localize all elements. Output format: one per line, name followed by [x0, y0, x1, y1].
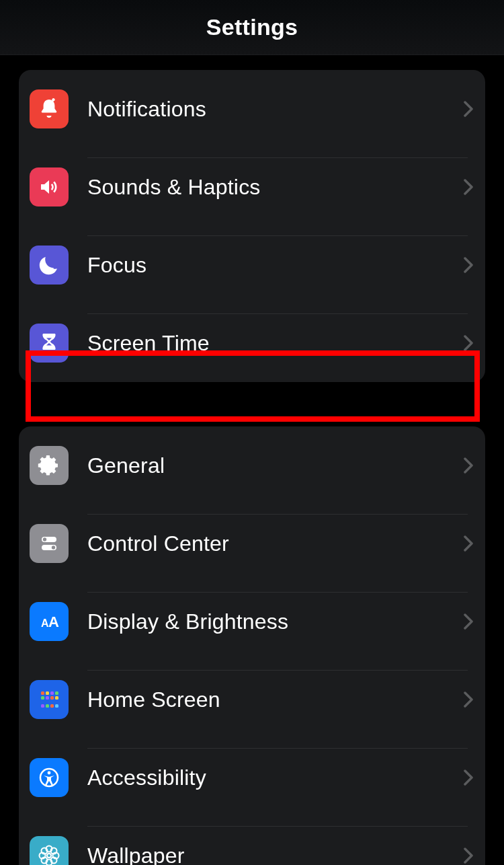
settings-group-1: Notifications Sounds & Haptics Focus: [19, 70, 485, 382]
svg-rect-16: [50, 704, 54, 708]
settings-group-2: General Control Center AA Display & Brig…: [19, 426, 485, 865]
flower-icon: [30, 836, 69, 865]
hourglass-icon: [30, 324, 69, 363]
svg-rect-6: [41, 691, 44, 695]
settings-page: Notifications Sounds & Haptics Focus: [0, 70, 504, 865]
row-label: Home Screen: [87, 687, 220, 712]
chevron-right-icon: [464, 179, 473, 195]
svg-point-1: [43, 537, 46, 541]
page-title: Settings: [206, 14, 298, 40]
header-bar: Settings: [0, 0, 504, 55]
svg-rect-13: [55, 696, 58, 700]
row-label-wrap: General: [87, 436, 456, 495]
chevron-right-icon: [464, 101, 473, 117]
row-control-center[interactable]: Control Center: [19, 504, 485, 582]
row-label-wrap: Control Center: [87, 514, 456, 573]
svg-rect-12: [50, 696, 54, 700]
row-label: Control Center: [87, 531, 229, 556]
chevron-right-icon: [464, 457, 473, 474]
row-focus[interactable]: Focus: [19, 226, 485, 304]
row-label: Screen Time: [87, 331, 210, 356]
chevron-right-icon: [464, 691, 473, 708]
row-label-wrap: Accessibility: [87, 748, 456, 807]
chevron-right-icon: [464, 535, 473, 552]
row-sounds-haptics[interactable]: Sounds & Haptics: [19, 148, 485, 226]
speaker-icon: [30, 167, 69, 206]
row-label: Accessibility: [87, 765, 206, 790]
chevron-right-icon: [464, 848, 473, 864]
bell-icon: [30, 89, 69, 128]
svg-rect-14: [41, 704, 44, 708]
row-label: Wallpaper: [87, 843, 185, 866]
moon-icon: [30, 246, 69, 285]
gear-icon: [30, 446, 69, 485]
apps-grid-icon: [30, 680, 69, 719]
row-label: Notifications: [87, 97, 206, 122]
accessibility-icon: [30, 758, 69, 797]
row-wallpaper[interactable]: Wallpaper: [19, 817, 485, 865]
svg-point-19: [48, 772, 51, 775]
row-label-wrap: Screen Time: [87, 313, 456, 373]
chevron-right-icon: [464, 335, 473, 351]
chevron-right-icon: [464, 613, 473, 630]
svg-point-3: [52, 546, 55, 549]
row-screen-time[interactable]: Screen Time: [19, 304, 485, 382]
row-label: Focus: [87, 253, 146, 278]
row-notifications[interactable]: Notifications: [19, 70, 485, 148]
row-accessibility[interactable]: Accessibility: [19, 739, 485, 817]
svg-rect-15: [46, 704, 49, 708]
svg-rect-9: [55, 691, 58, 695]
row-label-wrap: Focus: [87, 235, 456, 295]
row-label-wrap: Sounds & Haptics: [87, 157, 456, 217]
chevron-right-icon: [464, 257, 473, 273]
row-label-wrap: Wallpaper: [87, 826, 456, 865]
row-general[interactable]: General: [19, 426, 485, 504]
svg-point-20: [47, 854, 51, 858]
row-label: Sounds & Haptics: [87, 175, 261, 200]
chevron-right-icon: [464, 769, 473, 786]
row-label: Display & Brightness: [87, 609, 288, 634]
row-label-wrap: Home Screen: [87, 670, 456, 729]
row-home-screen[interactable]: Home Screen: [19, 661, 485, 739]
toggles-icon: [30, 524, 69, 563]
row-display-brightness[interactable]: AA Display & Brightness: [19, 582, 485, 661]
svg-rect-17: [55, 704, 58, 708]
svg-rect-11: [46, 696, 49, 700]
row-label-wrap: Display & Brightness: [87, 592, 456, 651]
svg-rect-10: [41, 696, 44, 700]
svg-rect-8: [50, 691, 54, 695]
row-label: General: [87, 453, 165, 478]
row-label-wrap: Notifications: [87, 79, 456, 139]
svg-text:A: A: [48, 613, 59, 630]
svg-rect-7: [46, 691, 49, 695]
text-size-icon: AA: [30, 602, 69, 641]
